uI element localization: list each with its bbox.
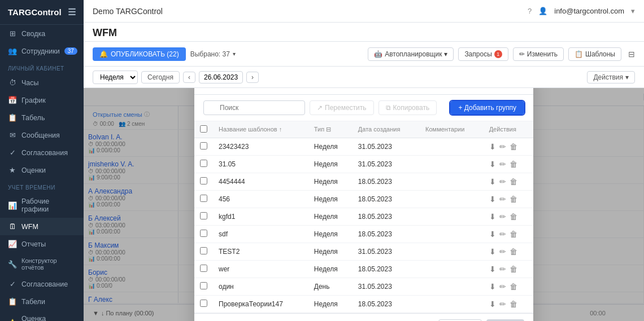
delete-icon-5[interactable]: 🗑 [510,230,517,239]
download-icon-9[interactable]: ⬇ [489,300,496,309]
publish-button[interactable]: 🔔 ОПУБЛИКОВАТЬ (22) [93,47,186,61]
date-display[interactable]: 26.06.2023 [199,71,243,83]
list-item[interactable]: ПроверкаТеории147 Неделя 18.05.2023 ⬇ ✏ … [194,295,533,313]
delete-icon-9[interactable]: 🗑 [510,300,517,309]
sidebar-item-rab-grafiki[interactable]: 📊 Рабочие графики [0,193,84,218]
download-icon-1[interactable]: ⬇ [489,160,496,169]
delete-icon-7[interactable]: 🗑 [510,265,517,274]
sidebar-item-soobscheniya[interactable]: ✉ Сообщения [0,126,84,144]
help-icon[interactable]: ? [528,7,532,15]
template-type-0: Неделя [308,138,353,155]
hamburger-icon[interactable]: ☰ [68,7,76,17]
row-checkbox-6[interactable] [200,247,207,254]
today-button[interactable]: Сегодня [141,71,180,83]
sidebar-item-sotrudniki[interactable]: 👥 Сотрудники 37 [0,42,84,60]
download-icon-2[interactable]: ⬇ [489,177,496,186]
list-item[interactable]: wer Неделя 18.05.2023 ⬇ ✏ 🗑 [194,260,533,278]
sidebar-item-soglasovaniya[interactable]: ✓ Согласования [0,144,84,161]
delete-icon-8[interactable]: 🗑 [510,282,517,291]
actions-label: Действия [593,73,623,81]
col-type-header[interactable]: Тип ⊟ [308,121,353,138]
cancel-button[interactable]: Отмена [438,319,482,322]
sidebar-item-soglasovanie[interactable]: ✓ Согласование [0,275,84,293]
soobscheniya-icon: ✉ [8,131,17,139]
sidebar-item-grafik[interactable]: 📅 График [0,91,84,109]
download-icon-8[interactable]: ⬇ [489,282,496,291]
edit-icon-3[interactable]: ✏ [499,195,506,204]
download-icon-4[interactable]: ⬇ [489,212,496,221]
sidebar-item-otsenka-pers[interactable]: ⭐ Оценка персонала [0,310,84,321]
move-button[interactable]: ↗ Переместить [310,100,374,115]
delete-icon-4[interactable]: 🗑 [510,212,517,221]
edit-icon-9[interactable]: ✏ [499,300,506,309]
list-item[interactable]: sdf Неделя 18.05.2023 ⬇ ✏ 🗑 [194,225,533,243]
list-item[interactable]: TEST2 Неделя 31.05.2023 ⬇ ✏ 🗑 [194,243,533,260]
user-dropdown-icon[interactable]: ▾ [631,7,635,15]
copy-button[interactable]: ⧉ Копировать [378,100,437,115]
sidebar-item-label: График [21,96,46,104]
apply-button[interactable]: Далее [486,319,524,322]
row-checkbox-3[interactable] [200,195,207,202]
list-item[interactable]: один День 31.05.2023 ⬇ ✏ 🗑 [194,278,533,295]
change-button[interactable]: ✏ Изменить [513,47,564,61]
row-checkbox-9[interactable] [200,300,207,307]
row-checkbox-0[interactable] [200,142,207,149]
sidebar-item-otchety[interactable]: 📈 Отчеты [0,235,84,253]
col-name-header[interactable]: Название шаблонов ↑ [213,121,308,138]
filter-icon[interactable]: ⊟ [628,50,635,59]
edit-icon-2[interactable]: ✏ [499,177,506,186]
edit-icon-8[interactable]: ✏ [499,282,506,291]
actions-button[interactable]: Действия ▾ [587,71,635,83]
row-checkbox-5[interactable] [200,230,207,237]
prev-date-button[interactable]: ‹ [183,72,195,83]
select-all-checkbox[interactable] [200,125,207,133]
delete-icon-6[interactable]: 🗑 [510,247,517,256]
sidebar-item-konstruktor[interactable]: 🔧 Конструктор отчётов [0,253,84,275]
row-checkbox-7[interactable] [200,265,207,272]
template-search-input[interactable] [203,100,305,115]
sidebar-item-chasy[interactable]: ⏱ Часы [0,74,84,91]
row-checkbox-8[interactable] [200,282,207,289]
delete-icon-2[interactable]: 🗑 [510,177,517,186]
sidebar-item-svodka[interactable]: ⊞ Сводка [0,25,84,42]
requests-button[interactable]: Запросы 1 [458,47,508,61]
download-icon-5[interactable]: ⬇ [489,230,496,239]
type-filter-icon[interactable]: ⊟ [326,126,331,133]
edit-icon-6[interactable]: ✏ [499,247,506,256]
delete-icon-3[interactable]: 🗑 [510,195,517,204]
template-comment-8 [420,278,484,295]
download-icon-3[interactable]: ⬇ [489,195,496,204]
list-item[interactable]: 23423423 Неделя 31.05.2023 ⬇ ✏ 🗑 [194,138,533,155]
download-icon-0[interactable]: ⬇ [489,142,496,151]
list-item[interactable]: 4454444 Неделя 18.05.2023 ⬇ ✏ 🗑 [194,173,533,190]
add-group-button[interactable]: + Добавить группу [450,101,524,115]
sidebar-item-otsenki[interactable]: ★ Оценки [0,161,84,179]
sidebar-item-tabel[interactable]: 📋 Табель [0,109,84,126]
row-checkbox-2[interactable] [200,177,207,184]
row-checkbox-4[interactable] [200,212,207,219]
col-check[interactable] [194,121,213,138]
copy-icon: ⧉ [386,104,391,112]
list-item[interactable]: kgfd1 Неделя 18.05.2023 ⬇ ✏ 🗑 [194,208,533,225]
edit-icon-4[interactable]: ✏ [499,212,506,221]
edit-icon-1[interactable]: ✏ [499,160,506,169]
autoplan-button[interactable]: 🤖 Автопланировщик ▾ [368,47,454,61]
sidebar-item-wfm[interactable]: 🗓 WFM [0,218,84,235]
delete-icon-1[interactable]: 🗑 [510,160,517,169]
next-date-button[interactable]: › [246,72,259,83]
selected-dropdown-icon[interactable]: ▾ [233,51,236,57]
row-checkbox-1[interactable] [200,160,207,167]
edit-icon-5[interactable]: ✏ [499,230,506,239]
download-icon-6[interactable]: ⬇ [489,247,496,256]
delete-icon-0[interactable]: 🗑 [510,142,517,151]
list-item[interactable]: 31.05 Неделя 31.05.2023 ⬇ ✏ 🗑 [194,155,533,173]
list-item[interactable]: 456 Неделя 18.05.2023 ⬇ ✏ 🗑 [194,190,533,208]
template-date-2: 18.05.2023 [353,173,420,190]
edit-icon-0[interactable]: ✏ [499,142,506,151]
period-select[interactable]: Неделя [93,71,138,84]
edit-icon-7[interactable]: ✏ [499,265,506,274]
sidebar-item-tabeli[interactable]: 📋 Табели [0,293,84,310]
col-date-header[interactable]: Дата создания [353,121,420,138]
download-icon-7[interactable]: ⬇ [489,265,496,274]
templates-button[interactable]: 📋 Шаблоны [568,47,621,61]
